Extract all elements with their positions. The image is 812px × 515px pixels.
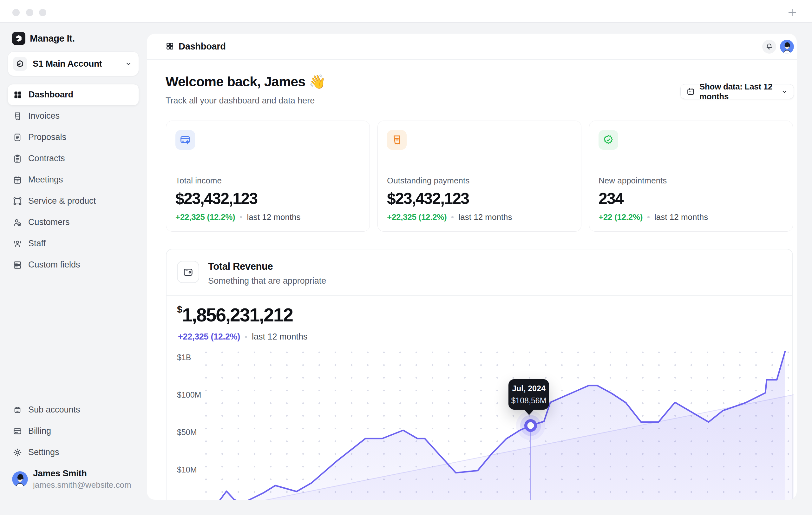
revenue-chart-svg bbox=[167, 346, 793, 500]
window-titlebar bbox=[0, 0, 812, 23]
badge-check-icon bbox=[599, 130, 618, 150]
sidebar-item-sub-accounts[interactable]: Sub accounts bbox=[8, 399, 139, 421]
stat-value: $23,432,123 bbox=[175, 190, 360, 208]
sidebar-item-proposals[interactable]: Proposals bbox=[8, 126, 139, 148]
main-panel: Dashboard Welcome back, James 👋 Track al… bbox=[147, 34, 797, 500]
new-tab-plus-icon[interactable] bbox=[787, 8, 797, 18]
vector-nodes-icon bbox=[13, 196, 22, 206]
card-arrow-up-icon bbox=[175, 130, 195, 150]
stat-card-new-appointments: New appointments 234 +22 (12.2%) last 12… bbox=[589, 121, 793, 232]
stat-period: last 12 months bbox=[655, 212, 708, 222]
sidebar-item-label: Billing bbox=[28, 426, 51, 436]
sidebar-secondary-nav: Sub accounts Billing Settings bbox=[8, 399, 139, 463]
user-email: james.smith@website.com bbox=[33, 480, 131, 490]
sidebar-item-meetings[interactable]: Meetings bbox=[8, 169, 139, 191]
stat-label: Outstanding payments bbox=[387, 176, 572, 185]
dot-separator bbox=[245, 336, 247, 338]
sidebar-item-custom-fields[interactable]: Custom fields bbox=[8, 254, 139, 276]
date-range-filter-button[interactable]: Show data: Last 12 months bbox=[680, 84, 794, 99]
wallet-icon bbox=[177, 261, 199, 283]
user-check-icon bbox=[13, 218, 22, 227]
sidebar-nav: Dashboard Invoices Proposals Contracts bbox=[8, 84, 139, 276]
dot-separator bbox=[647, 216, 649, 218]
calendar-icon bbox=[687, 87, 695, 96]
stat-label: Total income bbox=[175, 176, 360, 185]
page-header: Dashboard bbox=[147, 34, 797, 60]
profile-avatar[interactable] bbox=[780, 40, 794, 54]
brand-name: Manage It. bbox=[30, 33, 75, 44]
sidebar-item-label: Dashboard bbox=[29, 90, 73, 99]
sidebar-item-billing[interactable]: Billing bbox=[8, 421, 139, 442]
grid-icon bbox=[13, 90, 23, 99]
revenue-period: last 12 months bbox=[252, 332, 308, 342]
app-logo-icon bbox=[12, 32, 25, 45]
stacked-cards-icon bbox=[13, 260, 22, 270]
brand: Manage It. bbox=[8, 32, 139, 45]
bell-icon bbox=[765, 42, 773, 51]
user-name: James Smith bbox=[33, 468, 131, 479]
sidebar-item-service-product[interactable]: Service & product bbox=[8, 191, 139, 212]
sidebar-item-invoices[interactable]: Invoices bbox=[8, 105, 139, 126]
stat-label: New appointments bbox=[599, 176, 783, 185]
sidebar-item-label: Customers bbox=[28, 217, 70, 227]
sidebar-item-label: Service & product bbox=[28, 196, 96, 206]
chevron-down-icon bbox=[125, 60, 132, 67]
tooltip-date: Jul, 2024 bbox=[512, 384, 546, 393]
notifications-button[interactable] bbox=[762, 40, 776, 54]
filter-label: Show data: Last 12 months bbox=[699, 82, 777, 102]
sidebar-item-label: Meetings bbox=[28, 175, 63, 185]
tooltip-value: $108,56M bbox=[511, 396, 546, 405]
people-icon bbox=[13, 239, 22, 249]
receipt-icon bbox=[387, 130, 407, 150]
total-revenue-card: Total Revenue Something that are appropr… bbox=[166, 249, 793, 500]
revenue-subtitle: Something that are appropriate bbox=[208, 276, 326, 286]
revenue-value: $1,856,231,212 bbox=[177, 304, 293, 326]
currency-symbol: $ bbox=[177, 304, 182, 314]
sidebar-item-label: Settings bbox=[28, 448, 59, 457]
welcome-title: Welcome back, James 👋 bbox=[166, 74, 326, 89]
account-hexagon-icon bbox=[13, 57, 27, 71]
sidebar: Manage It. S1 Main Account Dashboard bbox=[8, 32, 139, 276]
chevron-down-icon bbox=[781, 88, 788, 95]
receipt-icon bbox=[13, 111, 22, 121]
dot-separator bbox=[452, 216, 454, 218]
revenue-delta: +22,325 (12.2%) bbox=[178, 332, 240, 342]
sidebar-item-settings[interactable]: Settings bbox=[8, 442, 139, 463]
sidebar-item-label: Invoices bbox=[28, 111, 60, 121]
sidebar-item-contracts[interactable]: Contracts bbox=[8, 148, 139, 169]
sidebar-item-label: Proposals bbox=[28, 132, 66, 142]
chart-tooltip: Jul, 2024 $108,56M bbox=[509, 379, 549, 410]
stat-delta: +22,325 (12.2%) bbox=[387, 212, 446, 222]
welcome-subtitle: Track all your dashboard and data here bbox=[166, 96, 315, 106]
sidebar-item-staff[interactable]: Staff bbox=[8, 233, 139, 254]
sidebar-user[interactable]: James Smith james.smith@website.com bbox=[12, 468, 131, 490]
box-icon bbox=[13, 405, 22, 415]
stat-value: $23,432,123 bbox=[387, 190, 572, 208]
account-switcher[interactable]: S1 Main Account bbox=[8, 51, 139, 76]
stat-card-total-income: Total income $23,432,123 +22,325 (12.2%)… bbox=[166, 121, 370, 232]
gear-icon bbox=[13, 448, 22, 457]
user-info: James Smith james.smith@website.com bbox=[33, 468, 131, 490]
stat-value: 234 bbox=[599, 190, 783, 208]
window-close-button[interactable] bbox=[12, 9, 20, 16]
dashboard-grid-icon bbox=[166, 42, 174, 51]
revenue-title: Total Revenue bbox=[208, 261, 273, 272]
revenue-chart[interactable]: $1B $100M $50M $10M Jul, 2024 $108,56M bbox=[167, 346, 793, 500]
calendar-icon bbox=[13, 175, 22, 185]
sidebar-item-dashboard[interactable]: Dashboard bbox=[8, 84, 139, 105]
stat-period: last 12 months bbox=[247, 212, 300, 222]
stat-cards-row: Total income $23,432,123 +22,325 (12.2%)… bbox=[166, 121, 793, 232]
account-name: S1 Main Account bbox=[33, 59, 125, 69]
window-minimize-button[interactable] bbox=[26, 9, 33, 16]
stat-delta: +22,325 (12.2%) bbox=[175, 212, 235, 222]
document-icon bbox=[13, 133, 22, 142]
stat-card-outstanding-payments: Outstanding payments $23,432,123 +22,325… bbox=[377, 121, 581, 232]
page-title: Dashboard bbox=[179, 41, 226, 52]
sidebar-item-label: Custom fields bbox=[28, 260, 80, 270]
sidebar-item-customers[interactable]: Customers bbox=[8, 212, 139, 233]
divider bbox=[167, 295, 792, 296]
window-maximize-button[interactable] bbox=[39, 9, 46, 16]
clipboard-icon bbox=[13, 154, 22, 164]
sidebar-item-label: Staff bbox=[28, 239, 46, 249]
stat-delta: +22 (12.2%) bbox=[599, 212, 643, 222]
